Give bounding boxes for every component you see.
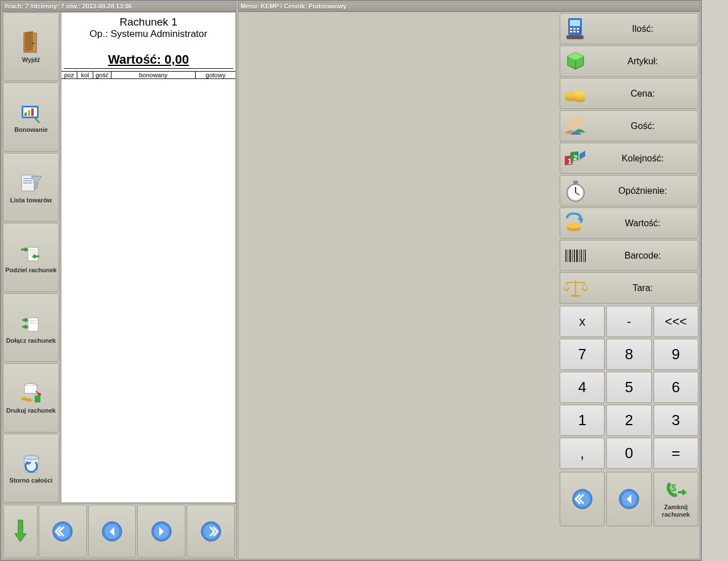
param-tara-button[interactable]: Tara:: [560, 272, 698, 304]
lista-towarow-button[interactable]: Lista towarów: [3, 153, 59, 222]
svg-rect-71: [583, 250, 584, 262]
param-barcode-button[interactable]: Barcode:: [560, 240, 698, 271]
bill-list[interactable]: [61, 79, 235, 502]
param-gosc-button[interactable]: Gość:: [560, 110, 698, 142]
numpad-equals-button[interactable]: =: [653, 438, 698, 469]
svg-rect-35: [570, 28, 572, 30]
col-kol: kol: [77, 72, 93, 78]
numpad-minus-button[interactable]: -: [606, 306, 651, 337]
stopwatch-icon: [562, 178, 589, 204]
numpad-multiply-button[interactable]: x: [560, 306, 605, 337]
numpad-backspace-button[interactable]: <<<: [653, 306, 698, 337]
svg-point-32: [204, 524, 218, 539]
svg-rect-23: [35, 396, 40, 402]
funnel-list-icon: [19, 171, 43, 195]
param-opoznienie-label: Opóźnienie:: [591, 186, 698, 196]
bonowanie-button[interactable]: Bonowanie: [3, 82, 59, 151]
prev-button[interactable]: [88, 505, 136, 558]
merge-icon: [19, 311, 43, 335]
scroll-down-button[interactable]: [3, 505, 38, 558]
param-ilosc-label: Ilość:: [591, 24, 698, 34]
coins-icon: [562, 81, 589, 107]
next-button[interactable]: [137, 505, 185, 558]
param-artykul-button[interactable]: Artykuł:: [560, 45, 698, 77]
param-tara-label: Tara:: [591, 283, 698, 293]
param-opoznienie-button[interactable]: Opóźnienie:: [560, 175, 698, 206]
param-wartosc-button[interactable]: Wartość:: [560, 207, 698, 239]
numpad-4-button[interactable]: 4: [560, 372, 605, 403]
svg-rect-6: [28, 110, 30, 116]
terminal-icon: [562, 16, 589, 42]
col-gosc: gość: [93, 72, 111, 78]
storno-calosci-button[interactable]: Storno całości: [3, 434, 59, 502]
barcode-icon: [562, 243, 589, 269]
numpad-comma-button[interactable]: ,: [560, 438, 605, 469]
numpad-5-button[interactable]: 5: [606, 372, 651, 403]
last-button[interactable]: [187, 505, 235, 558]
first-button[interactable]: [39, 505, 87, 558]
podziel-rachunek-label: Podziel rachunek: [5, 267, 56, 274]
param-kolejnosc-label: Kolejność:: [591, 153, 698, 164]
scale-icon: [562, 275, 589, 301]
close-bill-label: Zamknij rachunek: [654, 504, 698, 518]
numpad-0-button[interactable]: 0: [606, 438, 651, 469]
numpad-2-button[interactable]: 2: [606, 405, 651, 436]
dolacz-rachunek-button[interactable]: Dołącz rachunek: [3, 293, 59, 362]
svg-point-49: [567, 119, 574, 126]
numpad-7-button[interactable]: 7: [560, 339, 605, 370]
svg-rect-69: [579, 250, 580, 262]
svg-rect-65: [569, 250, 571, 262]
status-left: #rach: 7 #dzienny: 7 otw.: 2013-08-28 13…: [2, 2, 236, 12]
svg-point-2: [32, 42, 34, 44]
right-first-button[interactable]: [560, 472, 605, 526]
param-ilosc-button[interactable]: Ilość:: [560, 13, 698, 44]
people-icon: [562, 113, 589, 139]
door-icon: [19, 31, 43, 55]
param-cena-label: Cena:: [591, 89, 698, 99]
svg-rect-72: [585, 250, 586, 262]
money-arrow-icon: $: [664, 480, 687, 502]
bill-panel: Rachunek 1 Op.: Systemu Administrator Wa…: [61, 12, 236, 503]
bill-operator: Op.: Systemu Administrator: [64, 28, 233, 40]
svg-rect-7: [31, 109, 34, 116]
col-poz: poz: [61, 72, 77, 78]
trash-icon: [19, 451, 43, 475]
svg-rect-66: [572, 250, 573, 262]
order-icon: 12: [562, 146, 589, 172]
svg-line-75: [564, 282, 566, 288]
menu-canvas[interactable]: [238, 12, 559, 559]
numpad-9-button[interactable]: 9: [653, 339, 698, 370]
numpad-6-button[interactable]: 6: [653, 372, 698, 403]
col-gotowy: gotowy: [196, 72, 235, 78]
numpad-8-button[interactable]: 8: [606, 339, 651, 370]
svg-text:$: $: [671, 483, 676, 493]
lista-towarow-label: Lista towarów: [10, 197, 52, 204]
numpad-3-button[interactable]: 3: [653, 405, 698, 436]
svg-rect-64: [568, 250, 568, 262]
svg-rect-68: [576, 250, 578, 262]
drukuj-rachunek-label: Drukuj rachunek: [6, 407, 56, 414]
bonowanie-label: Bonowanie: [14, 126, 48, 134]
split-icon: [19, 241, 43, 265]
param-cena-button[interactable]: Cena:: [560, 78, 698, 109]
svg-rect-40: [577, 31, 579, 32]
svg-rect-12: [28, 247, 38, 261]
numpad-1-button[interactable]: 1: [560, 405, 605, 436]
svg-rect-36: [573, 28, 576, 30]
param-wartosc-label: Wartość:: [591, 218, 698, 228]
param-barcode-label: Barcode:: [591, 251, 698, 261]
svg-line-76: [566, 282, 569, 288]
exit-label: Wyjdź: [22, 56, 40, 64]
col-bonowany: bonowany: [111, 72, 196, 78]
coins-refresh-icon: [562, 210, 589, 236]
exit-button[interactable]: Wyjdź: [3, 13, 59, 81]
right-prev-button[interactable]: [606, 472, 651, 526]
param-gosc-label: Gość:: [591, 121, 698, 131]
svg-rect-70: [581, 250, 582, 262]
svg-line-77: [582, 282, 585, 288]
podziel-rachunek-button[interactable]: Podziel rachunek: [3, 223, 59, 292]
param-kolejnosc-button[interactable]: 12 Kolejność:: [560, 143, 698, 174]
close-bill-button[interactable]: $ Zamknij rachunek: [653, 472, 698, 526]
bill-title: Rachunek 1: [64, 16, 233, 28]
drukuj-rachunek-button[interactable]: Drukuj rachunek: [3, 363, 59, 432]
